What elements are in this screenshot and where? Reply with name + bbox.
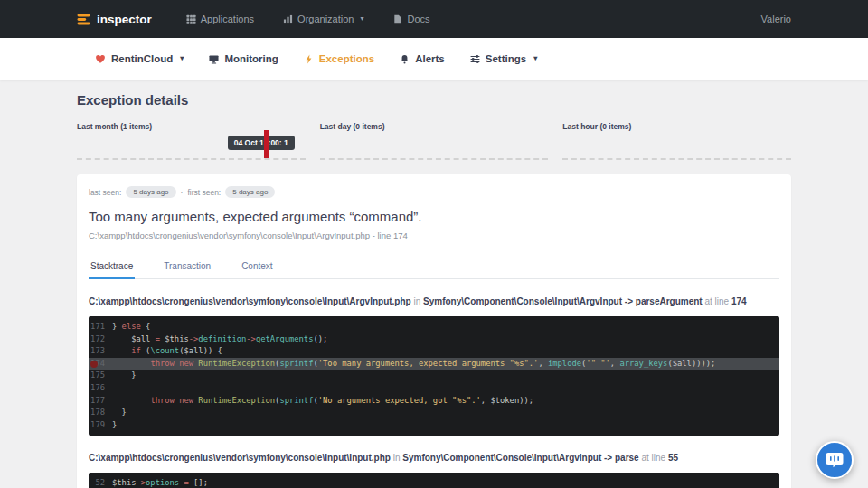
code-token: }: [112, 408, 127, 417]
line-code: } else {: [112, 321, 150, 333]
top-navbar: inspector ApplicationsOrganization▾Docs …: [0, 0, 868, 38]
tab-transaction[interactable]: Transaction: [162, 255, 212, 279]
chat-icon: [825, 450, 844, 470]
code-token: RuntimeException: [198, 359, 275, 368]
code-token: , $token));: [481, 396, 533, 405]
inspector-logo-icon: [77, 13, 90, 26]
code-line: 171} else {: [89, 321, 779, 333]
frame-method: Symfony\Component\Console\Input\ArgvInpu…: [423, 296, 703, 306]
grid-icon: [186, 14, 196, 24]
code-token: 'No arguments expected, got "%s".': [318, 396, 481, 405]
chart-bar[interactable]: [264, 130, 269, 158]
code-token: $this: [160, 334, 189, 343]
code-token: [];: [189, 478, 208, 487]
code-token: sprintf: [279, 396, 313, 405]
code-token: }: [112, 420, 117, 429]
chart-label: Last hour (0 items): [562, 122, 791, 131]
topnav-item-label: Organization: [297, 14, 354, 24]
code-token: definition: [198, 334, 246, 343]
code-token: 'Too many arguments, expected arguments …: [318, 359, 539, 368]
last-seen-label: last seen:: [89, 188, 121, 197]
code-token: array_keys: [619, 359, 667, 368]
code-token: \count: [150, 346, 179, 355]
frame-file: C:\xampp\htdocs\crongenius\vendor\symfon…: [89, 453, 391, 463]
line-code: if (\count($all)) {: [112, 345, 222, 358]
topnav-item-docs[interactable]: Docs: [392, 14, 429, 24]
frame-method: Symfony\Component\Console\Input\ArgvInpu…: [402, 453, 638, 463]
code-line: 177 throw new RuntimeException(sprintf('…: [89, 395, 779, 408]
chart-panel: Last hour (0 items): [562, 122, 791, 160]
code-token: throw: [150, 396, 174, 405]
chat-widget-button[interactable]: [816, 441, 854, 479]
code-token: ();: [313, 334, 327, 343]
code-token: ->: [136, 478, 146, 487]
code-token: $all: [112, 334, 156, 343]
exception-card: last seen: 5 days ago · first seen: 5 da…: [77, 174, 791, 488]
code-line: 52$this->options = [];: [89, 477, 779, 488]
line-number: 171: [89, 321, 112, 333]
subnav-item-settings[interactable]: Settings▾: [470, 53, 537, 64]
code-line: 174 throw new RuntimeException(sprintf('…: [89, 358, 779, 371]
brand[interactable]: inspector: [77, 13, 152, 26]
subnav-item-label: Settings: [486, 53, 526, 64]
code-token: else: [122, 322, 141, 331]
code-token: ,: [538, 359, 548, 368]
code-token: getArguments: [256, 334, 314, 343]
line-number: 52: [89, 477, 112, 488]
chevron-down-icon: ▾: [533, 55, 537, 62]
topnav-item-organization[interactable]: Organization▾: [283, 14, 363, 24]
code-token: ($all)) {: [179, 346, 222, 355]
chevron-down-icon: ▾: [360, 15, 363, 23]
subnav-item-exceptions[interactable]: Exceptions: [304, 53, 374, 64]
line-code: $all = $this->definition->getArguments()…: [112, 333, 327, 346]
frame-header: C:\xampp\htdocs\crongenius\vendor\symfon…: [89, 452, 779, 465]
line-code: throw new RuntimeException(sprintf('Too …: [112, 358, 715, 371]
error-line-marker: [90, 361, 98, 368]
exception-location: C:\xampp\htdocs\crongenius\vendor\symfon…: [89, 230, 779, 240]
line-number: 175: [89, 370, 112, 382]
chart-plot: 04 Oct 12:00: 1: [77, 135, 306, 160]
topnav-item-applications[interactable]: Applications: [186, 14, 254, 24]
app-navbar: RentinCloud▾MonitoringExceptionsAlertsSe…: [0, 38, 868, 80]
tab-stacktrace[interactable]: Stacktrace: [89, 255, 135, 279]
code-token: ($all))));: [667, 359, 715, 368]
detail-tabs: StacktraceTransactionContext: [89, 255, 779, 279]
code-token: '" "': [586, 359, 609, 368]
line-number: 173: [89, 345, 112, 358]
seen-separator: ·: [181, 188, 184, 197]
chart-panel: Last day (0 items): [320, 122, 549, 160]
heart-pulse-icon: [95, 53, 106, 64]
stack-frame: C:\xampp\htdocs\crongenius\vendor\symfon…: [89, 452, 779, 488]
code-token: ->: [246, 334, 256, 343]
tab-context[interactable]: Context: [240, 255, 274, 279]
subnav-item-alerts[interactable]: Alerts: [400, 53, 445, 64]
subnav-item-label: Exceptions: [319, 53, 374, 64]
docs-icon: [392, 14, 402, 24]
main-content: Exception details Last month (1 items)04…: [0, 80, 868, 488]
frame-at-label: at line: [641, 453, 665, 463]
subnav-item-label: RentinCloud: [111, 53, 173, 64]
subnav-item-label: Alerts: [415, 53, 445, 64]
org-chart-icon: [283, 14, 293, 24]
code-line: 176: [89, 382, 779, 395]
stack-frame: C:\xampp\htdocs\crongenius\vendor\symfon…: [89, 296, 779, 436]
line-number: 172: [89, 333, 112, 346]
subnav-item-app-switcher[interactable]: RentinCloud▾: [95, 53, 184, 64]
frame-line-number: 174: [731, 296, 747, 306]
code-token: [112, 346, 131, 355]
stacktrace-panel: C:\xampp\htdocs\crongenius\vendor\symfon…: [89, 296, 779, 488]
page-title: Exception details: [77, 92, 791, 108]
code-token: }: [112, 322, 122, 331]
frame-file: C:\xampp\htdocs\crongenius\vendor\symfon…: [89, 296, 411, 306]
first-seen-badge: 5 days ago: [225, 186, 275, 198]
user-menu[interactable]: Valerio: [761, 14, 791, 24]
subnav-item-label: Monitoring: [224, 53, 278, 64]
subnav-item-monitoring[interactable]: Monitoring: [209, 53, 278, 64]
code-token: sprintf: [279, 359, 313, 368]
topnav-item-label: Docs: [407, 14, 429, 24]
line-number: 178: [89, 407, 112, 419]
chart-panel: Last month (1 items)04 Oct 12:00: 1: [77, 122, 306, 160]
frame-line-number: 55: [668, 453, 678, 463]
bell-icon: [400, 54, 410, 64]
code-token: implode: [548, 359, 581, 368]
